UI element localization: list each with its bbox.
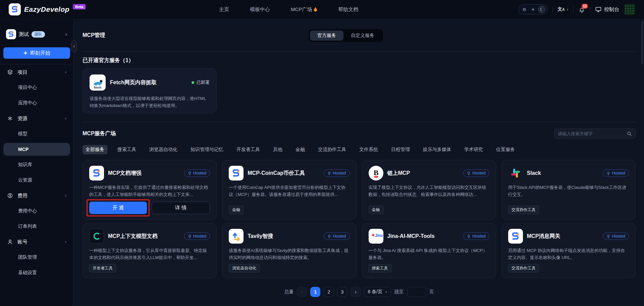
card-description: 用于Slack API的MCP服务器，使Claude能够与Slack工作区进行交… — [508, 184, 629, 198]
jump-page-input[interactable] — [407, 287, 426, 297]
bulb-icon — [606, 235, 610, 238]
search-input[interactable] — [558, 131, 627, 136]
scrollbar-thumb[interactable] — [641, 21, 643, 64]
category-tabs: 全部服务 搜索工具 浏览器自动化 知识管理与记忆 开发者工具 其他 金融 交流协… — [83, 145, 636, 154]
user-icon — [7, 239, 13, 245]
page-size-select[interactable]: 8 条/页 ∨ — [364, 287, 391, 297]
prev-page-button[interactable]: ‹ — [297, 287, 307, 297]
user-avatar[interactable] — [624, 4, 635, 15]
page-unit-label: 页 — [429, 289, 434, 295]
category-file-system[interactable]: 文件系统 — [356, 145, 381, 154]
nav-link-templates[interactable]: 模板中心 — [250, 6, 270, 13]
bulb-icon — [188, 235, 192, 238]
language-icon: 文A — [557, 6, 565, 12]
opened-service-card-fetch[interactable]: fetch Fetch网页内容抓取 已部署 该服务器使大型语言模型能够检索和处理… — [83, 68, 217, 113]
sidebar-item-models[interactable]: 模型 — [0, 126, 73, 142]
hosted-badge: Hosted — [463, 233, 489, 240]
b-circle-icon: B — [369, 166, 383, 181]
sidebar-item-cloud-resources[interactable]: 云资源 — [0, 172, 73, 188]
brand[interactable]: EazyDevelop Beta — [9, 3, 86, 15]
sidebar-item-project-center[interactable]: 项目中心 — [0, 80, 73, 95]
category-other[interactable]: 其他 — [270, 145, 285, 154]
tab-official-services[interactable]: 官方服务 — [310, 31, 343, 41]
sidebar-item-basic-settings[interactable]: 基础设置 — [0, 265, 73, 280]
status-dot-icon — [192, 81, 194, 84]
sidebar: 测试 团队 ∨ 即刻开始 项目 ∧ 项目中心 应用中心 资源 ∧ 模型 MCP … — [0, 19, 74, 306]
sidebar-group-resources[interactable]: 资源 ∧ — [0, 111, 73, 126]
language-switcher[interactable]: 文A ∨ — [557, 6, 569, 12]
jina-icon: Jina — [369, 229, 383, 244]
atom-icon — [7, 115, 13, 122]
service-card-context-model-docs[interactable]: MCP上下文模型文档 Hosted 一种模型上下文协议服务器，它从库中直接获取最… — [83, 223, 217, 278]
search-icon[interactable] — [627, 131, 632, 136]
opened-card-description: 该服务器使大型语言模型能够检索和处理网页内容，将HTML转换为markdown格… — [90, 95, 210, 109]
sidebar-item-billing-center[interactable]: 费用中心 — [0, 203, 73, 219]
divider — [590, 7, 590, 12]
eazy-logo-icon — [89, 166, 104, 181]
notification-count-badge: 13 — [582, 4, 588, 9]
category-developer-tools[interactable]: 开发者工具 — [233, 145, 263, 154]
category-browser-automation[interactable]: 浏览器自动化 — [146, 145, 180, 154]
sidebar-item-mcp[interactable]: MCP — [0, 142, 73, 157]
light-mode-sun-icon[interactable]: ☀ — [529, 6, 537, 13]
chevron-up-icon: ∧ — [64, 70, 67, 74]
category-finance[interactable]: 金融 — [292, 145, 308, 154]
sidebar-item-team-management[interactable]: 团队管理 — [0, 250, 73, 265]
category-all[interactable]: 全部服务 — [83, 145, 107, 154]
card-title: Tavily智搜 — [248, 233, 320, 239]
card-description: 一种模型上下文协议服务器，它从库中直接获取最新、特定版本的文档和代码示例并将其引… — [89, 247, 210, 261]
sidebar-collapse-handle[interactable]: ‹ — [71, 40, 77, 52]
card-description: 一个使用CoinCap API提供全面加密货币分析的模型上下文协议（MCP）服务… — [229, 184, 350, 198]
service-card-mcp-message-gateway[interactable]: MCP消息网关 Hosted 启用通过 MCP 协议向网络钩子端点发送消息的功能… — [501, 223, 636, 278]
service-type-tabs: 官方服务 自定义服务 — [309, 29, 383, 42]
tab-custom-services[interactable]: 自定义服务 — [343, 31, 382, 41]
sidebar-group-billing[interactable]: 费用 ∧ — [0, 188, 73, 203]
hosted-badge: Hosted — [324, 233, 350, 240]
category-knowledge-memory[interactable]: 知识管理与记忆 — [187, 145, 226, 154]
service-card-slack[interactable]: Slack Hosted 用于Slack API的MCP服务器，使Claude能… — [501, 160, 636, 220]
start-now-button[interactable]: 即刻开始 — [3, 47, 70, 59]
page-button-2[interactable]: 2 — [324, 287, 334, 297]
category-schedule[interactable]: 日程管理 — [388, 145, 413, 154]
notifications-button[interactable]: 13 — [578, 6, 585, 13]
service-card-onchain-mcp[interactable]: B 链上MCP Hosted 实现了模型上下文协议，允许人工智能模型访问和交互区… — [362, 160, 496, 220]
category-search-tools[interactable]: 搜索工具 — [114, 145, 139, 154]
sidebar-group-account[interactable]: 账号 ∧ — [0, 234, 73, 250]
sidebar-item-order-list[interactable]: 订单列表 — [0, 219, 73, 234]
team-logo-icon — [6, 29, 16, 39]
page-button-1[interactable]: 1 — [310, 287, 320, 297]
service-card-mcp-doc-enhance[interactable]: MCP文档增强 Hosted 一种MCP服务器实现，它提供了通过向量搜索检索和处… — [83, 160, 217, 220]
service-card-tavily[interactable]: Tavily智搜 Hosted 该服务器使AI系统能够与Tavily的搜索和数据… — [222, 223, 356, 278]
svg-text:Jina: Jina — [375, 233, 382, 238]
open-service-button[interactable]: 开 通 — [89, 202, 147, 214]
bulb-icon — [327, 235, 331, 238]
nav-link-mcp-market[interactable]: MCP广场 — [291, 6, 317, 13]
category-entertainment-media[interactable]: 娱乐与多媒体 — [420, 145, 454, 154]
detail-button[interactable]: 详 情 — [152, 202, 210, 214]
category-collaboration[interactable]: 交流协作工具 — [315, 145, 349, 154]
sidebar-item-knowledge-base[interactable]: 知识库 — [0, 157, 73, 172]
settings-gear-icon[interactable]: ⚙ — [521, 6, 528, 13]
category-academic[interactable]: 学术研究 — [461, 145, 486, 154]
service-card-jina[interactable]: Jina Jina-AI-MCP-Tools Hosted 一个与 Jina A… — [362, 223, 496, 278]
nav-link-help-docs[interactable]: 帮助文档 — [338, 6, 358, 13]
fetch-dog-icon: fetch — [90, 74, 106, 91]
category-location[interactable]: 位置服务 — [493, 145, 518, 154]
category-tag: 交流协作工具 — [508, 206, 539, 214]
console-button[interactable]: 控制台 — [595, 6, 619, 13]
dark-mode-moon-icon[interactable]: ☾ — [538, 6, 545, 13]
category-tag: 金融 — [369, 206, 383, 214]
nav-link-home[interactable]: 主页 — [219, 6, 229, 13]
team-selector[interactable]: 测试 团队 ∨ — [0, 24, 73, 45]
service-card-coincap[interactable]: MCP-CoinCap币价工具 Hosted 一个使用CoinCap API提供… — [222, 160, 356, 220]
team-type-badge: 团队 — [32, 31, 45, 38]
hosted-badge: Hosted — [463, 169, 489, 177]
sidebar-item-app-center[interactable]: 应用中心 — [0, 95, 73, 111]
page-button-3[interactable]: 3 — [337, 287, 347, 297]
sidebar-group-projects[interactable]: 项目 ∧ — [0, 64, 73, 80]
next-page-button[interactable]: › — [351, 287, 361, 297]
dollar-circle-icon — [7, 192, 13, 199]
hosted-badge: Hosted — [184, 169, 210, 177]
hosted-badge: Hosted — [324, 169, 350, 177]
divider — [83, 122, 636, 122]
